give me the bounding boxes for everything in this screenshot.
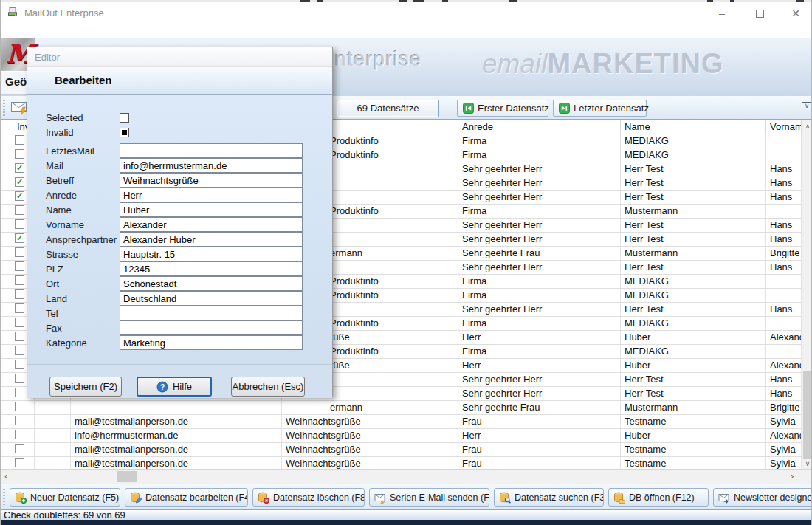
help-button-label: Hilfe xyxy=(173,381,192,392)
field-vorname-input[interactable] xyxy=(120,217,303,232)
row-indicator-cell xyxy=(1,275,13,288)
scroll-right-icon[interactable]: › xyxy=(791,470,794,481)
field-anrede-input[interactable] xyxy=(120,188,303,202)
cell-anrede: Firma xyxy=(458,148,621,162)
field-fax-input[interactable] xyxy=(120,320,303,335)
invalid-checkbox[interactable]: ✓ xyxy=(15,233,24,243)
invalid-checkbox[interactable] xyxy=(15,402,24,411)
field-name-input[interactable] xyxy=(120,202,303,217)
table-row[interactable]: mail@testmailanperson.deWeihnachtsgrüßeF… xyxy=(1,415,812,429)
neuer-datensatz-f5-button[interactable]: Neuer Datensatz (F5) xyxy=(10,488,120,507)
field-betreff-input[interactable] xyxy=(120,173,303,188)
cell-betreff: Weihnachtsgrüße xyxy=(282,443,458,456)
invalid-checkbox[interactable] xyxy=(15,430,24,439)
invalid-checkbox[interactable] xyxy=(15,149,24,159)
field-ort-input[interactable] xyxy=(120,276,303,291)
table-row[interactable]: info@herrmusterman.deWeihnachtsgrüßeHerr… xyxy=(1,429,812,443)
invalid-checkbox[interactable] xyxy=(15,289,24,299)
window-titlebar[interactable]: MailOut Enterprise – ✕ xyxy=(1,2,812,21)
invalid-checkbox[interactable] xyxy=(15,416,24,425)
cell-name: MEDIAKG xyxy=(621,134,766,148)
cell-name: Herr Test xyxy=(621,176,766,190)
record-count-panel: 69 Datensätze xyxy=(337,100,439,117)
field-letztesmail-input[interactable] xyxy=(120,143,303,158)
datensatz-suchen-f3-button[interactable]: Datensatz suchen (F3) xyxy=(494,488,604,507)
scroll-down-icon[interactable]: ∨ xyxy=(802,460,812,467)
invalid-checkbox[interactable] xyxy=(15,444,24,453)
invalid-checkbox[interactable] xyxy=(15,458,24,467)
invalid-checkbox[interactable] xyxy=(15,374,24,383)
field-strasse-input[interactable] xyxy=(120,247,303,261)
minimize-button[interactable]: – xyxy=(711,7,733,20)
maximize-button[interactable] xyxy=(749,7,771,20)
invalid-checkbox[interactable] xyxy=(15,261,24,271)
cell-vorname: Alexander xyxy=(766,359,802,372)
field-invalid-checkbox[interactable] xyxy=(120,128,129,137)
column-header-anrede[interactable]: Anrede xyxy=(458,120,621,134)
field-mail-input[interactable] xyxy=(120,158,303,173)
watermark-email: email xyxy=(482,49,547,79)
dialog-titlebar[interactable]: Editor xyxy=(27,47,332,67)
field-selected-checkbox[interactable] xyxy=(120,113,129,123)
cell-mail xyxy=(71,401,282,414)
field-plz-label: PLZ xyxy=(46,264,63,275)
datensatz-löschen-f8-button[interactable]: Datensatz löschen (F8) xyxy=(252,488,365,507)
cancel-button[interactable]: Abbrechen (Esc) xyxy=(231,377,305,397)
table-row[interactable]: ermannSehr geehrte FrauMustermannBrigitt… xyxy=(1,401,812,415)
invalid-checkbox[interactable] xyxy=(15,247,24,257)
cell-letztesmail xyxy=(35,415,71,428)
invalid-checkbox[interactable]: ✓ xyxy=(15,177,24,187)
table-row[interactable]: mail@testmailanperson.deWeihnachtsgrüßeF… xyxy=(1,443,812,457)
last-record-button[interactable]: Letzter Datensatz xyxy=(553,100,647,117)
datensatz-bearbeiten-f4-button[interactable]: Datensatz bearbeiten (F4) xyxy=(125,488,248,507)
cell-anrede: Sehr geehrte Frau xyxy=(458,247,621,260)
invalid-checkbox[interactable]: ✓ xyxy=(15,163,24,173)
invalid-checkbox[interactable] xyxy=(15,332,24,341)
cell-anrede: Firma xyxy=(458,275,621,288)
field-land-input[interactable] xyxy=(120,291,303,306)
scroll-left-icon[interactable]: ‹ xyxy=(4,470,7,481)
cell-letztesmail xyxy=(35,401,71,414)
invalid-checkbox[interactable] xyxy=(15,346,24,355)
invalid-checkbox[interactable] xyxy=(15,360,24,369)
first-record-button[interactable]: Erster Datensatz xyxy=(457,100,548,117)
invalid-checkbox[interactable] xyxy=(15,219,24,229)
cell-vorname: Hans xyxy=(766,261,802,274)
cell-name: Mustermann xyxy=(621,247,766,260)
cell-anrede: Sehr geehrter Herr xyxy=(458,162,621,176)
invalid-checkbox[interactable] xyxy=(15,303,24,313)
bottom-toolbar-grip[interactable] xyxy=(3,489,5,507)
field-plz-input[interactable] xyxy=(120,261,303,276)
close-button[interactable]: ✕ xyxy=(785,7,807,20)
cell-anrede: Sehr geehrter Herr xyxy=(458,233,621,246)
invalid-checkbox[interactable] xyxy=(15,135,24,145)
db-öffnen-f12-button[interactable]: DB öffnen (F12) xyxy=(608,488,709,507)
toolbar-grip[interactable] xyxy=(3,100,5,116)
horizontal-scrollbar-thumb[interactable] xyxy=(117,471,137,482)
help-button[interactable]: ? Hilfe xyxy=(137,377,212,397)
invalid-checkbox[interactable] xyxy=(15,388,24,397)
invalid-checkbox[interactable] xyxy=(15,205,24,215)
column-header-vorname[interactable]: Vorname xyxy=(766,120,802,134)
field-ansprechpartner-input[interactable] xyxy=(120,232,303,247)
row-indicator-cell xyxy=(1,205,13,218)
cell-invalid xyxy=(13,429,35,442)
field-ansprechpartner-label: Ansprechpartner xyxy=(46,234,117,245)
cell-anrede: Firma xyxy=(458,205,621,218)
dialog-heading-strip: Bearbeiten xyxy=(27,67,332,95)
toolbar-overflow-icon[interactable]: ∨ xyxy=(802,102,811,109)
cell-letztesmail xyxy=(35,443,71,456)
save-button[interactable]: Speichern (F2) xyxy=(49,377,122,397)
invalid-checkbox[interactable] xyxy=(15,275,24,285)
newsletter-designer-button[interactable]: Newsletter designer xyxy=(713,488,812,507)
scroll-up-icon[interactable]: ∧ xyxy=(802,123,812,130)
field-tel-input[interactable] xyxy=(120,306,303,320)
serien-e-mail-senden-f2-button[interactable]: Serien E-Mail senden (F2) xyxy=(369,488,489,507)
invalid-checkbox[interactable] xyxy=(15,318,24,327)
invalid-checkbox[interactable]: ✓ xyxy=(15,191,24,201)
vertical-scrollbar-thumb[interactable] xyxy=(803,371,812,459)
field-kategorie-input[interactable] xyxy=(120,335,303,350)
column-header-name[interactable]: Name xyxy=(621,120,766,134)
cell-name: Herr Test xyxy=(621,191,766,204)
vertical-scrollbar: ∧ ∨ xyxy=(802,120,812,469)
